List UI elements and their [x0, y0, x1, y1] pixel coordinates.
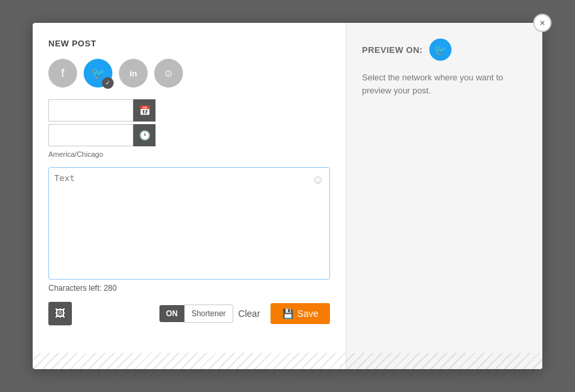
linkedin-letter: in [129, 69, 137, 78]
preview-title: PREVIEW ON: 🐦 [362, 39, 527, 61]
twitter-icon[interactable]: 🐦 ✓ [84, 59, 112, 88]
emoji-button[interactable]: ☺ [312, 173, 324, 187]
clear-button[interactable]: Clear [238, 308, 260, 319]
toggle-on-button[interactable]: ON [159, 305, 184, 322]
save-button[interactable]: 💾 Save [271, 303, 330, 324]
bottom-actions: 🖼 ON Shortener Clear 💾 Save [48, 302, 330, 325]
left-panel: NEW POST f 🐦 ✓ in ⊙ 03/11/2020 [33, 23, 346, 369]
modal-title: NEW POST [48, 39, 330, 48]
preview-description: Select the network where you want to pre… [362, 71, 527, 97]
date-input[interactable]: 03/11/2020 [48, 99, 133, 122]
close-icon: × [540, 18, 545, 28]
save-icon: 💾 [282, 308, 293, 319]
preview-on-label: PREVIEW ON: [362, 45, 423, 55]
facebook-icon[interactable]: f [48, 59, 77, 88]
background-stripe [0, 353, 575, 392]
close-button[interactable]: × [533, 14, 551, 32]
calendar-button[interactable]: 📅 [133, 99, 156, 122]
preview-twitter-bird: 🐦 [434, 44, 448, 56]
post-text-wrapper: ☺ [48, 167, 330, 280]
clock-button[interactable]: 🕐 [133, 124, 156, 146]
calendar-icon: 📅 [139, 105, 150, 116]
save-actions: ON Shortener Clear 💾 Save [159, 303, 330, 324]
instagram-letter: ⊙ [165, 68, 172, 78]
shortener-button[interactable]: Shortener [184, 304, 233, 323]
image-icon: 🖼 [55, 308, 65, 319]
time-input[interactable]: 12:00 PM [48, 124, 133, 146]
post-text-input[interactable] [54, 173, 324, 271]
linkedin-icon[interactable]: in [119, 59, 148, 88]
twitter-badge: ✓ [102, 77, 114, 89]
right-panel: PREVIEW ON: 🐦 Select the network where y… [346, 23, 542, 369]
clock-icon: 🕐 [139, 130, 150, 140]
save-label: Save [297, 308, 318, 319]
instagram-icon[interactable]: ⊙ [154, 59, 183, 88]
preview-twitter-icon[interactable]: 🐦 [429, 39, 452, 61]
timezone-label: America/Chicago [48, 150, 330, 158]
time-row: 12:00 PM 🕐 [48, 124, 330, 146]
facebook-letter: f [61, 67, 64, 80]
modal-overlay: × NEW POST f 🐦 ✓ in ⊙ 03 [0, 0, 575, 392]
chars-left-label: Characters left: 280 [48, 284, 330, 293]
emoji-icon: ☺ [312, 173, 324, 186]
date-row: 03/11/2020 📅 [48, 99, 330, 122]
image-upload-button[interactable]: 🖼 [48, 302, 72, 325]
new-post-modal: × NEW POST f 🐦 ✓ in ⊙ 03 [33, 23, 542, 369]
social-network-selector: f 🐦 ✓ in ⊙ [48, 59, 330, 88]
shortener-toggle: ON Shortener [159, 304, 233, 323]
